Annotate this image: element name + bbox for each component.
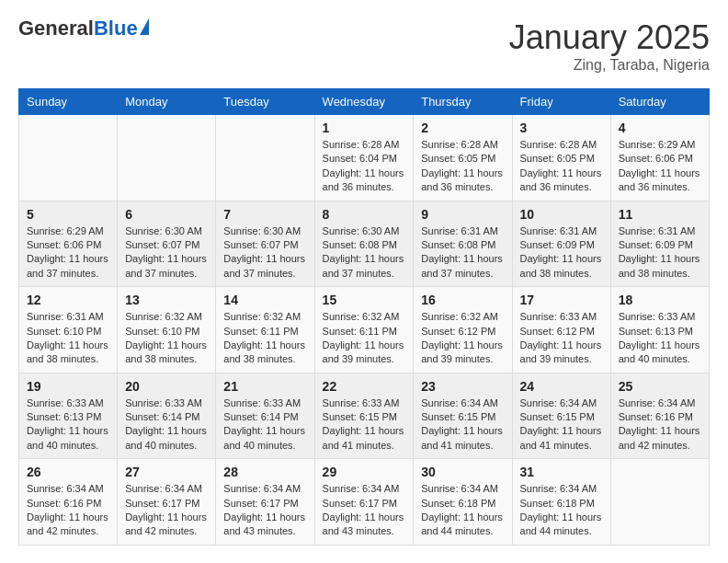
- weekday-header-cell: Sunday: [19, 89, 118, 115]
- day-number: 9: [421, 207, 504, 222]
- calendar-day-cell: [19, 115, 118, 201]
- day-number: 29: [323, 465, 406, 479]
- day-number: 16: [421, 293, 504, 307]
- weekday-header-cell: Friday: [512, 89, 610, 115]
- calendar-week-row: 26Sunrise: 6:34 AM Sunset: 6:16 PM Dayli…: [19, 459, 710, 546]
- calendar-day-cell: 1Sunrise: 6:28 AM Sunset: 6:04 PM Daylig…: [314, 115, 414, 201]
- day-info: Sunrise: 6:33 AM Sunset: 6:15 PM Dayligh…: [323, 396, 406, 454]
- day-number: 2: [421, 121, 504, 135]
- calendar-day-cell: 22Sunrise: 6:33 AM Sunset: 6:15 PM Dayli…: [314, 373, 414, 459]
- day-info: Sunrise: 6:30 AM Sunset: 6:07 PM Dayligh…: [125, 224, 208, 282]
- day-number: 24: [520, 379, 603, 394]
- day-number: 23: [421, 379, 504, 394]
- calendar-day-cell: 7Sunrise: 6:30 AM Sunset: 6:07 PM Daylig…: [216, 201, 314, 287]
- day-number: 20: [125, 379, 208, 394]
- logo-icon: [140, 18, 149, 35]
- calendar-day-cell: 10Sunrise: 6:31 AM Sunset: 6:09 PM Dayli…: [512, 201, 610, 287]
- calendar-week-row: 19Sunrise: 6:33 AM Sunset: 6:13 PM Dayli…: [19, 373, 710, 459]
- calendar-day-cell: 17Sunrise: 6:33 AM Sunset: 6:12 PM Dayli…: [512, 287, 610, 373]
- day-number: 8: [323, 207, 406, 222]
- calendar-day-cell: 6Sunrise: 6:30 AM Sunset: 6:07 PM Daylig…: [118, 201, 216, 287]
- calendar-week-row: 5Sunrise: 6:29 AM Sunset: 6:06 PM Daylig…: [19, 201, 710, 287]
- day-info: Sunrise: 6:32 AM Sunset: 6:11 PM Dayligh…: [323, 310, 406, 367]
- day-info: Sunrise: 6:30 AM Sunset: 6:08 PM Dayligh…: [323, 224, 406, 282]
- calendar-day-cell: 15Sunrise: 6:32 AM Sunset: 6:11 PM Dayli…: [314, 287, 414, 373]
- day-info: Sunrise: 6:34 AM Sunset: 6:18 PM Dayligh…: [520, 482, 603, 539]
- calendar-week-row: 12Sunrise: 6:31 AM Sunset: 6:10 PM Dayli…: [19, 287, 710, 373]
- day-info: Sunrise: 6:29 AM Sunset: 6:06 PM Dayligh…: [619, 138, 701, 195]
- day-info: Sunrise: 6:34 AM Sunset: 6:16 PM Dayligh…: [619, 396, 701, 454]
- day-info: Sunrise: 6:34 AM Sunset: 6:15 PM Dayligh…: [421, 396, 504, 454]
- day-info: Sunrise: 6:34 AM Sunset: 6:15 PM Dayligh…: [520, 396, 603, 454]
- day-info: Sunrise: 6:34 AM Sunset: 6:17 PM Dayligh…: [323, 482, 406, 539]
- day-info: Sunrise: 6:34 AM Sunset: 6:18 PM Dayligh…: [421, 482, 504, 539]
- day-info: Sunrise: 6:33 AM Sunset: 6:14 PM Dayligh…: [223, 396, 306, 454]
- calendar-day-cell: 16Sunrise: 6:32 AM Sunset: 6:12 PM Dayli…: [414, 287, 512, 373]
- calendar-day-cell: 29Sunrise: 6:34 AM Sunset: 6:17 PM Dayli…: [314, 459, 414, 546]
- calendar-day-cell: 19Sunrise: 6:33 AM Sunset: 6:13 PM Dayli…: [19, 373, 118, 459]
- calendar-day-cell: 30Sunrise: 6:34 AM Sunset: 6:18 PM Dayli…: [414, 459, 512, 546]
- calendar-week-row: 1Sunrise: 6:28 AM Sunset: 6:04 PM Daylig…: [19, 115, 710, 201]
- day-info: Sunrise: 6:34 AM Sunset: 6:16 PM Dayligh…: [27, 482, 109, 539]
- day-number: 1: [323, 121, 406, 135]
- weekday-header-cell: Wednesday: [314, 89, 414, 115]
- day-info: Sunrise: 6:32 AM Sunset: 6:12 PM Dayligh…: [421, 310, 504, 367]
- calendar-day-cell: 20Sunrise: 6:33 AM Sunset: 6:14 PM Dayli…: [118, 373, 216, 459]
- day-number: 11: [619, 207, 701, 222]
- day-number: 30: [421, 465, 504, 479]
- day-number: 7: [223, 207, 306, 222]
- calendar-subtitle: Zing, Taraba, Nigeria: [509, 57, 710, 74]
- calendar-header: SundayMondayTuesdayWednesdayThursdayFrid…: [19, 89, 710, 115]
- day-number: 13: [125, 293, 208, 307]
- weekday-header-cell: Saturday: [610, 89, 709, 115]
- day-number: 25: [619, 379, 701, 394]
- calendar-day-cell: 11Sunrise: 6:31 AM Sunset: 6:09 PM Dayli…: [610, 201, 709, 287]
- day-info: Sunrise: 6:33 AM Sunset: 6:13 PM Dayligh…: [27, 396, 109, 454]
- day-info: Sunrise: 6:28 AM Sunset: 6:04 PM Dayligh…: [323, 138, 406, 195]
- day-info: Sunrise: 6:32 AM Sunset: 6:10 PM Dayligh…: [125, 310, 208, 367]
- day-info: Sunrise: 6:31 AM Sunset: 6:09 PM Dayligh…: [619, 224, 701, 282]
- day-number: 21: [223, 379, 306, 394]
- calendar-day-cell: 8Sunrise: 6:30 AM Sunset: 6:08 PM Daylig…: [314, 201, 414, 287]
- day-info: Sunrise: 6:31 AM Sunset: 6:10 PM Dayligh…: [27, 310, 109, 367]
- day-number: 15: [323, 293, 406, 307]
- day-number: 26: [27, 465, 109, 479]
- logo-text: GeneralBlue: [18, 18, 138, 39]
- day-number: 14: [223, 293, 306, 307]
- day-number: 10: [520, 207, 603, 222]
- calendar-day-cell: 23Sunrise: 6:34 AM Sunset: 6:15 PM Dayli…: [414, 373, 512, 459]
- page-header: GeneralBlue January 2025 Zing, Taraba, N…: [18, 18, 710, 74]
- weekday-header-cell: Monday: [118, 89, 216, 115]
- day-info: Sunrise: 6:28 AM Sunset: 6:05 PM Dayligh…: [421, 138, 504, 195]
- calendar-day-cell: 14Sunrise: 6:32 AM Sunset: 6:11 PM Dayli…: [216, 287, 314, 373]
- day-info: Sunrise: 6:32 AM Sunset: 6:11 PM Dayligh…: [223, 310, 306, 367]
- calendar-day-cell: 21Sunrise: 6:33 AM Sunset: 6:14 PM Dayli…: [216, 373, 314, 459]
- calendar-day-cell: 18Sunrise: 6:33 AM Sunset: 6:13 PM Dayli…: [610, 287, 709, 373]
- day-number: 3: [520, 121, 603, 135]
- calendar-day-cell: [610, 459, 709, 546]
- calendar-day-cell: 12Sunrise: 6:31 AM Sunset: 6:10 PM Dayli…: [19, 287, 118, 373]
- day-info: Sunrise: 6:29 AM Sunset: 6:06 PM Dayligh…: [27, 224, 109, 282]
- weekday-header-cell: Thursday: [414, 89, 512, 115]
- calendar-day-cell: 26Sunrise: 6:34 AM Sunset: 6:16 PM Dayli…: [19, 459, 118, 546]
- calendar-day-cell: 25Sunrise: 6:34 AM Sunset: 6:16 PM Dayli…: [610, 373, 709, 459]
- calendar-day-cell: [118, 115, 216, 201]
- day-number: 22: [323, 379, 406, 394]
- day-info: Sunrise: 6:34 AM Sunset: 6:17 PM Dayligh…: [223, 482, 306, 539]
- day-info: Sunrise: 6:33 AM Sunset: 6:13 PM Dayligh…: [619, 310, 701, 367]
- day-info: Sunrise: 6:30 AM Sunset: 6:07 PM Dayligh…: [223, 224, 306, 282]
- weekday-header-cell: Tuesday: [216, 89, 314, 115]
- title-block: January 2025 Zing, Taraba, Nigeria: [509, 18, 710, 74]
- day-number: 18: [619, 293, 701, 307]
- day-info: Sunrise: 6:33 AM Sunset: 6:12 PM Dayligh…: [520, 310, 603, 367]
- weekday-header-row: SundayMondayTuesdayWednesdayThursdayFrid…: [19, 89, 710, 115]
- calendar-title: January 2025: [509, 18, 710, 57]
- calendar-day-cell: 24Sunrise: 6:34 AM Sunset: 6:15 PM Dayli…: [512, 373, 610, 459]
- day-info: Sunrise: 6:33 AM Sunset: 6:14 PM Dayligh…: [125, 396, 208, 454]
- day-number: 5: [27, 207, 109, 222]
- calendar-day-cell: 3Sunrise: 6:28 AM Sunset: 6:05 PM Daylig…: [512, 115, 610, 201]
- day-number: 19: [27, 379, 109, 394]
- day-info: Sunrise: 6:31 AM Sunset: 6:08 PM Dayligh…: [421, 224, 504, 282]
- calendar-day-cell: 9Sunrise: 6:31 AM Sunset: 6:08 PM Daylig…: [414, 201, 512, 287]
- day-info: Sunrise: 6:31 AM Sunset: 6:09 PM Dayligh…: [520, 224, 603, 282]
